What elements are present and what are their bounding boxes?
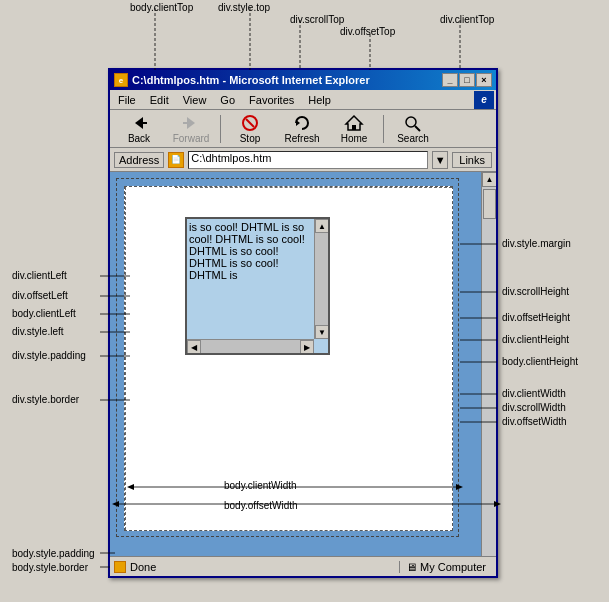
inner-top-line	[175, 187, 452, 188]
annotation-body-style-padding: body.style.padding	[12, 548, 95, 559]
dhtml-hscrollbar[interactable]: ◀ ▶	[187, 339, 314, 353]
close-button[interactable]: ×	[476, 73, 492, 87]
home-icon	[344, 114, 364, 132]
back-button[interactable]: Back	[114, 112, 164, 146]
annotation-div-client-top-right: div.clientTop	[440, 14, 494, 25]
menu-edit[interactable]: Edit	[144, 93, 175, 107]
annotation-div-scroll-top: div.scrollTop	[290, 14, 344, 25]
annotation-div-scroll-height: div.scrollHeight	[502, 286, 569, 297]
maximize-button[interactable]: □	[459, 73, 475, 87]
status-page-icon	[114, 561, 126, 573]
menu-go[interactable]: Go	[214, 93, 241, 107]
search-button[interactable]: Search	[388, 112, 438, 146]
svg-line-10	[415, 126, 420, 131]
annotation-body-client-width: body.clientWidth	[224, 480, 297, 491]
annotation-div-offset-height: div.offsetHeight	[502, 312, 570, 323]
scroll-thumb-v[interactable]	[483, 189, 496, 219]
dhtml-text: is so cool! DHTML is so cool! DHTML is s…	[187, 219, 328, 297]
address-dropdown-button[interactable]: ▼	[432, 151, 448, 169]
toolbar-separator-2	[383, 115, 384, 143]
annotation-body-client-left: body.clientLeft	[12, 308, 76, 319]
refresh-button[interactable]: Refresh	[277, 112, 327, 146]
title-bar: e C:\dhtmlpos.htm - Microsoft Internet E…	[110, 70, 496, 90]
annotation-div-style-margin: div.style.margin	[502, 238, 571, 249]
annotation-div-scroll-width: div.scrollWidth	[502, 402, 566, 413]
svg-line-5	[246, 119, 254, 127]
toolbar: Back Forward Stop Refresh	[110, 110, 496, 148]
home-button[interactable]: Home	[329, 112, 379, 146]
forward-icon	[181, 114, 201, 132]
menu-help[interactable]: Help	[302, 93, 337, 107]
menu-favorites[interactable]: Favorites	[243, 93, 300, 107]
status-bar: Done 🖥 My Computer	[110, 556, 496, 576]
address-label: Address	[114, 152, 164, 168]
annotation-div-client-left: div.clientLeft	[12, 270, 67, 281]
refresh-icon	[292, 114, 312, 132]
annotation-body-style-border: body.style.border	[12, 562, 88, 573]
ie-title-icon: e	[114, 73, 128, 87]
annotation-div-style-top: div.style.top	[218, 2, 270, 13]
annotation-body-client-height: body.clientHeight	[502, 356, 578, 367]
forward-button[interactable]: Forward	[166, 112, 216, 146]
stop-icon	[240, 114, 260, 132]
minimize-button[interactable]: _	[442, 73, 458, 87]
browser-body: is so cool! DHTML is so cool! DHTML is s…	[110, 172, 496, 574]
links-button[interactable]: Links	[452, 152, 492, 168]
annotation-div-offset-top: div.offsetTop	[340, 26, 395, 37]
address-input[interactable]: C:\dhtmlpos.htm	[188, 151, 428, 169]
toolbar-separator-1	[220, 115, 221, 143]
annotation-div-client-height: div.clientHeight	[502, 334, 569, 345]
svg-point-9	[406, 117, 416, 127]
menu-view[interactable]: View	[177, 93, 213, 107]
address-page-icon: 📄	[168, 152, 184, 168]
vscrollbar[interactable]: ▲ ▼	[481, 172, 496, 574]
stop-button[interactable]: Stop	[225, 112, 275, 146]
status-zone: 🖥 My Computer	[399, 561, 492, 573]
menu-bar: File Edit View Go Favorites Help e	[110, 90, 496, 110]
ie-logo: e	[474, 91, 494, 109]
inner-left-line	[125, 187, 126, 530]
annotation-div-offset-width: div.offsetWidth	[502, 416, 567, 427]
annotation-div-style-border: div.style.border	[12, 394, 79, 405]
svg-marker-6	[296, 120, 300, 126]
annotation-div-offset-left: div.offsetLeft	[12, 290, 68, 301]
scroll-track-v	[482, 187, 496, 559]
address-bar: Address 📄 C:\dhtmlpos.htm ▼ Links	[110, 148, 496, 172]
search-icon	[403, 114, 423, 132]
annotation-body-client-top: body.clientTop	[130, 2, 193, 13]
status-text: Done	[130, 561, 395, 573]
dhtml-box: is so cool! DHTML is so cool! DHTML is s…	[185, 217, 330, 355]
ie-window: e C:\dhtmlpos.htm - Microsoft Internet E…	[108, 68, 498, 578]
scroll-up-button[interactable]: ▲	[482, 172, 496, 187]
svg-rect-8	[352, 125, 356, 130]
annotation-body-offset-width: body.offsetWidth	[224, 500, 298, 511]
window-title: C:\dhtmlpos.htm - Microsoft Internet Exp…	[132, 74, 370, 86]
svg-marker-0	[135, 117, 143, 129]
back-icon	[129, 114, 149, 132]
annotation-div-client-width: div.clientWidth	[502, 388, 566, 399]
menu-file[interactable]: File	[112, 93, 142, 107]
annotation-div-style-left: div.style.left	[12, 326, 64, 337]
dhtml-vscrollbar[interactable]: ▲ ▼	[314, 219, 328, 339]
svg-marker-2	[187, 117, 195, 129]
annotation-div-style-padding: div.style.padding	[12, 350, 86, 361]
